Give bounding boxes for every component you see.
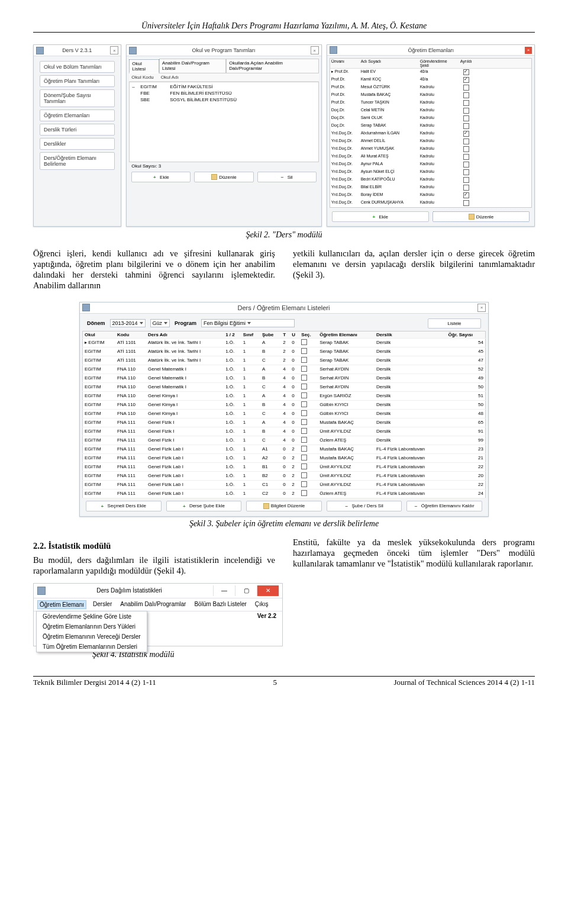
menu-item[interactable]: Çıkış — [253, 600, 270, 609]
list-item[interactable]: –EGITIMEĞİTİM FAKÜLTESİ — [132, 83, 315, 90]
list-button[interactable]: Listele — [428, 318, 481, 329]
edit-info-button[interactable]: Bilgileri Düzenle — [246, 501, 322, 511]
table-row[interactable]: Yrd.Doç.Dr.Aynur PALAKadrolu — [330, 161, 531, 169]
edit-button[interactable]: Düzenle — [194, 172, 253, 182]
table-row[interactable]: EGITIMFNA 110Genel Matematik I1.Ö.1C40Se… — [83, 382, 486, 391]
sidebar-button[interactable]: Okul ve Bölüm Tanımları — [40, 61, 115, 73]
table-row[interactable]: EGITIMFNA 111Genel Fizik Lab I1.Ö.1C102Ü… — [83, 480, 486, 489]
dropdown-item[interactable]: Tüm Öğretim Elemanlarının Dersleri — [37, 642, 147, 652]
minimize-icon[interactable]: — — [213, 585, 235, 596]
sidebar-button[interactable]: Öğretim Planı Tanımları — [40, 75, 115, 87]
footer-left: Teknik Bilimler Dergisi 2014 4 (2) 1-11 — [33, 678, 156, 687]
menu-item[interactable]: Bölüm Bazlı Listeler — [192, 600, 248, 609]
add-section-button[interactable]: +Derse Şube Ekle — [166, 501, 242, 511]
table-row[interactable]: Yrd.Doç.Dr.Ali Murat ATEŞKadrolu — [330, 153, 531, 161]
table-row[interactable]: Yrd.Doç.Dr.Cenk DURMUŞKAHYAKadrolu — [330, 199, 531, 207]
sidebar-button[interactable]: Dönem/Şube Sayısı Tanımları — [40, 89, 115, 107]
dropdown-item[interactable]: Öğretim Elemanının Vereceği Dersler — [37, 632, 147, 642]
count-value: 3 — [159, 163, 161, 169]
table-row[interactable]: EGITIMFNA 111Genel Fizik Lab I1.Ö.1B202Ü… — [83, 471, 486, 480]
table-row[interactable]: Yrd.Doç.Dr.Aysun Nüket ELÇİKadrolu — [330, 169, 531, 176]
table-row[interactable]: Yrd.Doç.Dr.Ahmet YUMUŞAKKadrolu — [330, 146, 531, 153]
maximize-icon[interactable]: ▢ — [235, 585, 257, 596]
menu-item[interactable]: Anabilim Dalı/Programlar — [118, 600, 188, 609]
app-icon — [37, 587, 46, 595]
figure-caption-4: Şekil 4. İstatistik modülü — [92, 650, 535, 659]
tab[interactable]: Okul Listesi — [129, 59, 159, 73]
sidebar-button[interactable]: Öğretim Elemanları — [40, 110, 115, 121]
window-statistics: Ders Dağılım İstatistikleri — ▢ ✕ Öğreti… — [33, 583, 283, 646]
table-row[interactable]: ▸ Prof.Dr.Halit EV40/a — [330, 69, 531, 76]
table-row[interactable]: EGITIMFNA 110Genel Matematik I1.Ö.1B40Se… — [83, 374, 486, 382]
col-header: T — [281, 331, 290, 338]
edit-button[interactable]: Düzenle — [433, 211, 530, 222]
table-row[interactable]: Prof.Dr.Tuncer TAŞKINKadrolu — [330, 99, 531, 107]
table-row[interactable]: Yrd.Doç.Dr.Ahmet DELİLKadrolu — [330, 138, 531, 146]
select-year[interactable]: 2013-2014 — [110, 319, 146, 327]
sidebar-button[interactable]: Ders/Öğretim Elemanı Belirleme — [40, 152, 115, 170]
close-icon[interactable]: × — [525, 47, 532, 54]
table-row[interactable]: EGITIMFNA 111Genel Fizik Lab I1.Ö.1B102Ü… — [83, 462, 486, 471]
page-footer: Teknik Bilimler Dergisi 2014 4 (2) 1-11 … — [33, 676, 535, 687]
table-row[interactable]: Doç.Dr.Serap TABAKKadrolu — [330, 123, 531, 130]
tab[interactable]: Anabilim Dalı/Program Listesi — [159, 59, 226, 73]
col-header: 1 / 2 — [224, 331, 241, 338]
close-icon[interactable]: × — [311, 46, 319, 54]
table-row[interactable]: EGITIMFNA 111Genel Fizik Lab I1.Ö.1C202Ö… — [83, 489, 486, 498]
dropdown-item[interactable]: Görevlendirme Şekline Göre Liste — [37, 611, 147, 622]
table-row[interactable]: EGITIMFNA 110Genel Matematik I1.Ö.1A40Se… — [83, 365, 486, 374]
add-button[interactable]: +Ekle — [131, 172, 191, 182]
remove-instructor-button[interactable]: −Öğretim Elemanını Kaldır — [406, 501, 482, 511]
table-row[interactable]: Doç.Dr.Celal METİNKadrolu — [330, 107, 531, 115]
table-row[interactable]: EGITIMFNA 111Genel Fizik Lab I1.Ö.1A102M… — [83, 445, 486, 453]
menu-item[interactable]: Dersler — [91, 600, 114, 609]
list-item[interactable]: SBESOSYL BİLİMLER ENSTİTÜSÜ — [132, 96, 315, 103]
table-row[interactable]: Prof.Dr.Mesut ÖZTÜRKKadrolu — [330, 84, 531, 92]
add-button[interactable]: +Ekle — [332, 211, 429, 222]
col-header: Okul — [83, 331, 115, 338]
close-icon[interactable]: × — [477, 304, 486, 312]
table-row[interactable]: EGITIMFNA 110Genel Kimya I1.Ö.1A40Ergün … — [83, 391, 486, 400]
table-row[interactable]: EGITIMFNA 111Genel Fizik Lab I1.Ö.1A202M… — [83, 453, 486, 462]
dropdown-item[interactable]: Öğretim Elemanlarının Ders Yükleri — [37, 622, 147, 632]
table-row[interactable]: EGITIMFNA 110Genel Kimya I1.Ö.1C40Gülbin… — [83, 409, 486, 418]
table-row[interactable]: EGITIMATİ 1101Atatürk İlk. ve İnk. Tarih… — [83, 347, 486, 356]
select-program[interactable]: Fen Bilgisi Eğitimi — [201, 319, 295, 327]
tab[interactable]: Okullarda Açılan Anabilim Dalı/Programla… — [226, 59, 319, 73]
school-list[interactable]: –EGITIMEĞİTİM FAKÜLTESİFBEFEN BİLİMLERİ … — [129, 82, 318, 162]
menu-item[interactable]: Öğretim Elemanı — [37, 600, 86, 609]
instructor-grid[interactable]: Ünvanı Adı Soyadı Görevlendirme Şekli Ay… — [330, 58, 532, 208]
delete-button[interactable]: −Sil — [257, 172, 317, 182]
table-row[interactable]: EGITIMFNA 111Genel Fizik I1.Ö.1A40Mustaf… — [83, 418, 486, 427]
table-row[interactable]: Yrd.Doç.Dr.Bedri KATİPOĞLUKadrolu — [330, 176, 531, 184]
footer-page-number: 5 — [273, 678, 277, 687]
sidebar-button[interactable]: Derslik Türleri — [40, 124, 115, 136]
close-icon[interactable]: ✕ — [257, 585, 279, 596]
col-header: Kodu — [115, 331, 146, 338]
table-row[interactable]: EGITIMFNA 110Genel Kimya I1.Ö.1B40Gülbin… — [83, 400, 486, 409]
col-header: Sınıf — [241, 331, 260, 338]
course-table[interactable]: OkulKoduDers Adı1 / 2SınıfŞubeTUSeç.Öğre… — [82, 331, 486, 498]
table-row[interactable]: Yrd.Doç.Dr.Bilal ELBİRKadrolu — [330, 184, 531, 192]
table-row[interactable]: Yrd.Doç.Dr.Boray İDEMKadrolu — [330, 192, 531, 199]
table-row[interactable]: EGITIMFNA 111Genel Fizik I1.Ö.1C40Özlem … — [83, 436, 486, 445]
table-row[interactable]: EGITIMATİ 1101Atatürk İlk. ve İnk. Tarih… — [83, 356, 486, 365]
sidebar-button[interactable]: Derslikler — [40, 138, 115, 150]
delete-section-button[interactable]: −Şube / Ders Sil — [327, 501, 402, 511]
paragraph-right: yetkili kullanıcıları da, açılan dersler… — [293, 248, 535, 291]
close-icon[interactable]: × — [110, 46, 118, 54]
list-item[interactable]: FBEFEN BİLİMLERİ ENSTİTÜSÜ — [132, 90, 315, 96]
figure-caption-3: Şekil 3. Şubeler için öğretim elemanı ve… — [33, 519, 535, 529]
select-term[interactable]: Güz — [150, 319, 170, 327]
table-row[interactable]: ▸ EGITIMATİ 1101Atatürk İlk. ve İnk. Tar… — [83, 338, 486, 347]
window-title: Ders V 2.3.1 — [46, 47, 108, 53]
table-row[interactable]: EGITIMFNA 111Genel Fizik I1.Ö.1B40Ümit A… — [83, 427, 486, 436]
window-title: Ders Dağılım İstatistikleri — [46, 587, 213, 594]
section-2-2-left: Bu modül, ders dağılımları ile ilgili is… — [33, 555, 275, 576]
add-elective-button[interactable]: +Seçmeli Ders Ekle — [86, 501, 162, 511]
table-row[interactable]: Doç.Dr.Sami OLUKKadrolu — [330, 115, 531, 123]
app-icon — [36, 47, 44, 54]
table-row[interactable]: Prof.Dr.Mustafa BAKAÇKadrolu — [330, 92, 531, 99]
table-row[interactable]: Yrd.Doç.Dr.Abdurrahman İLGANKadrolu — [330, 130, 531, 138]
table-row[interactable]: Prof.Dr.Kamil KOÇ40/a — [330, 76, 531, 84]
